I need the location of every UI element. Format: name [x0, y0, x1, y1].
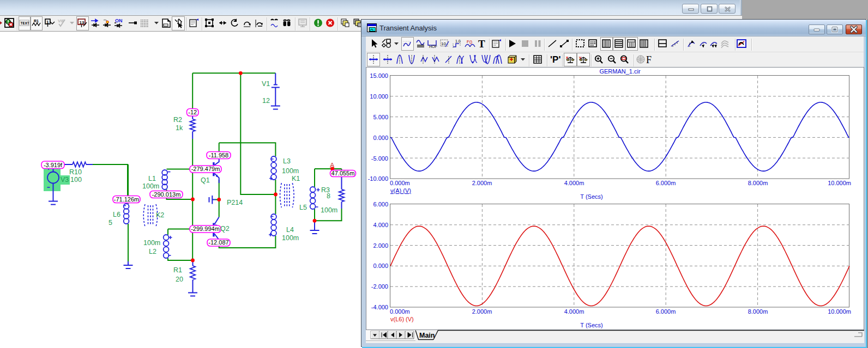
svg-text:20: 20 [176, 276, 183, 283]
svg-text:P214: P214 [227, 199, 243, 206]
svg-text:100m: 100m [282, 167, 299, 175]
svg-text:8: 8 [327, 192, 330, 200]
svg-text:100m: 100m [321, 206, 337, 214]
svg-text:R1: R1 [173, 266, 182, 274]
svg-text:-11.958: -11.958 [209, 152, 229, 158]
svg-text:v(L6) (V): v(L6) (V) [390, 316, 414, 322]
svg-text:5: 5 [108, 219, 112, 227]
svg-text:-5.000: -5.000 [371, 155, 388, 162]
svg-text:6.000m: 6.000m [656, 180, 676, 186]
svg-text:8.000m: 8.000m [748, 180, 768, 186]
svg-text:-12.087: -12.087 [208, 239, 228, 246]
svg-text:6.000: 6.000 [373, 201, 388, 207]
svg-text:-299.994m: -299.994m [191, 225, 220, 232]
svg-text:100m: 100m [143, 239, 160, 247]
svg-text:-279.479m: -279.479m [191, 166, 220, 172]
svg-text:F(): F() [467, 39, 473, 44]
svg-text:L5: L5 [299, 204, 307, 211]
svg-text:T (Secs): T (Secs) [580, 322, 602, 328]
svg-text:'P': 'P' [550, 54, 560, 65]
svg-text:L6: L6 [113, 211, 120, 218]
svg-text:V1: V1 [262, 80, 270, 88]
svg-text:R10: R10 [69, 168, 82, 176]
svg-text:4.000: 4.000 [373, 222, 388, 228]
svg-text:T: T [478, 38, 485, 50]
svg-text:Main: Main [419, 332, 435, 339]
svg-text:-71.126m: -71.126m [114, 196, 139, 203]
svg-text:Q2: Q2 [220, 225, 230, 233]
svg-text:HOF: HOF [429, 45, 437, 48]
svg-text:F: F [646, 54, 652, 65]
svg-text:-10.000: -10.000 [368, 175, 388, 182]
svg-text:L3: L3 [283, 157, 291, 165]
svg-text:10: 10 [441, 41, 446, 46]
svg-text:0.000m: 0.000m [390, 180, 410, 186]
svg-text:100m: 100m [282, 234, 299, 242]
svg-text:GERMAN_1.cir: GERMAN_1.cir [599, 68, 641, 75]
svg-text:4.000m: 4.000m [564, 180, 584, 186]
svg-text:0.000: 0.000 [373, 262, 388, 269]
svg-text:10.000: 10.000 [370, 93, 388, 100]
svg-text:0.000m: 0.000m [390, 308, 410, 315]
svg-text:T (Secs): T (Secs) [580, 193, 602, 200]
svg-text:15.000: 15.000 [370, 72, 388, 79]
svg-text:47.055m: 47.055m [331, 170, 355, 176]
svg-text:R2: R2 [173, 116, 182, 124]
svg-text:100: 100 [70, 176, 82, 184]
svg-text:A: A [330, 162, 335, 169]
svg-text:2.000m: 2.000m [472, 308, 492, 315]
svg-text:-4.000: -4.000 [371, 304, 388, 310]
svg-text:V3: V3 [61, 176, 69, 184]
svg-text:6.000m: 6.000m [656, 308, 676, 315]
svg-text:K1: K1 [292, 175, 300, 182]
svg-text:10.000m: 10.000m [828, 308, 851, 315]
svg-text:4.000m: 4.000m [564, 308, 584, 315]
svg-text:v(A) (V): v(A) (V) [390, 187, 411, 194]
svg-text:5.000: 5.000 [373, 114, 388, 120]
svg-text:-2.000: -2.000 [371, 283, 388, 290]
svg-text:8.000m: 8.000m [748, 308, 768, 315]
svg-text:2.000: 2.000 [373, 242, 388, 249]
svg-text:100m: 100m [142, 182, 159, 190]
svg-text:12: 12 [262, 97, 270, 105]
svg-text:Q1: Q1 [201, 176, 210, 184]
svg-text:-12: -12 [188, 109, 197, 115]
svg-text:2.000m: 2.000m [472, 180, 492, 186]
svg-text:L1: L1 [148, 175, 156, 182]
svg-text:1k: 1k [176, 124, 183, 132]
svg-text:K2: K2 [156, 211, 164, 219]
svg-text:10.000m: 10.000m [828, 180, 851, 186]
svg-text:1.0: 1.0 [455, 39, 461, 43]
svg-text:-290.013m: -290.013m [152, 191, 181, 198]
svg-text:L2: L2 [149, 248, 156, 255]
svg-text:-3.919f: -3.919f [44, 162, 63, 168]
svg-text:L4: L4 [286, 226, 294, 234]
svg-text:0.000: 0.000 [373, 135, 388, 141]
